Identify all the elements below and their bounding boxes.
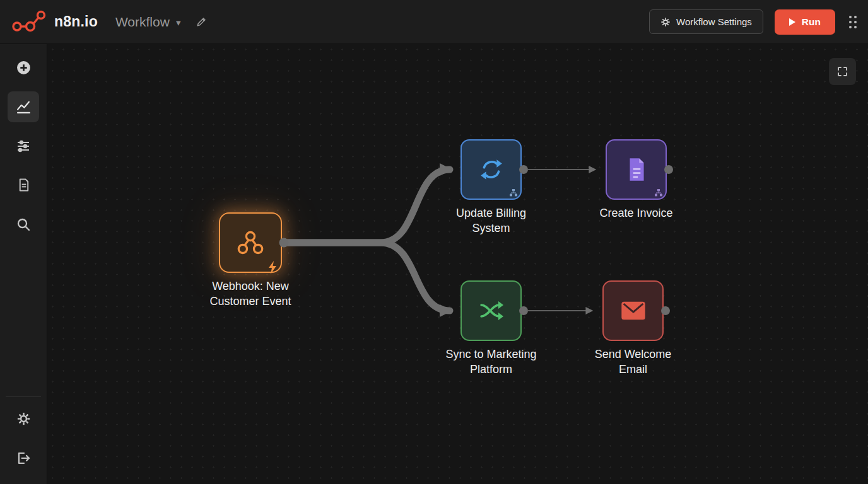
- gear-icon: [16, 412, 31, 426]
- node-label: Update Billing System: [444, 206, 539, 236]
- workflow-menu[interactable]: Workflow ▾: [115, 14, 181, 30]
- run-button-label: Run: [802, 16, 821, 28]
- sidebar: [0, 44, 47, 484]
- search-icon: [16, 217, 31, 232]
- node-label: Webhook: New Customer Event: [202, 279, 300, 309]
- workflow-canvas[interactable]: Webhook: New Customer Event Update Billi…: [47, 44, 868, 484]
- grid-dots-icon[interactable]: [849, 16, 857, 28]
- workflow-settings-button[interactable]: Workflow Settings: [649, 9, 763, 34]
- sidebar-item-documents[interactable]: [8, 170, 39, 200]
- document-icon: [16, 178, 31, 192]
- sidebar-item-executions[interactable]: [8, 91, 39, 122]
- invoice-document-icon: [624, 156, 649, 183]
- plus-circle-icon: [16, 60, 32, 76]
- lightning-bolt-icon: [268, 261, 277, 274]
- webhook-icon: [237, 229, 264, 256]
- node-sync-marketing[interactable]: Sync to Marketing Platform: [460, 280, 522, 341]
- envelope-icon: [619, 299, 647, 323]
- workflow-menu-label: Workflow: [115, 14, 170, 30]
- workflow-settings-label: Workflow Settings: [676, 16, 752, 27]
- node-webhook-trigger[interactable]: Webhook: New Customer Event: [219, 212, 282, 273]
- expand-icon: [836, 66, 848, 78]
- connections-layer: [47, 44, 868, 484]
- node-send-email[interactable]: Send Welcome Email: [602, 280, 664, 341]
- fit-view-button[interactable]: [829, 58, 856, 85]
- node-create-invoice[interactable]: Create Invoice: [606, 139, 667, 200]
- sidebar-bottom-group: [6, 396, 41, 484]
- chevron-down-icon: ▾: [176, 15, 181, 28]
- mini-sitemap-icon: [655, 189, 662, 197]
- sidebar-item-settings[interactable]: [8, 403, 39, 434]
- pencil-icon: [196, 16, 208, 28]
- gear-icon: [660, 17, 671, 27]
- n8n-logo-icon: [11, 8, 47, 36]
- sliders-icon: [16, 139, 31, 154]
- chart-icon: [16, 99, 32, 115]
- sidebar-item-add[interactable]: [8, 52, 39, 83]
- run-button[interactable]: Run: [775, 9, 835, 35]
- node-update-billing[interactable]: Update Billing System: [460, 139, 522, 200]
- shuffle-icon: [478, 297, 505, 324]
- brand-name: n8n.io: [54, 13, 98, 30]
- rename-workflow-button[interactable]: [196, 16, 208, 28]
- sync-icon: [478, 156, 505, 183]
- logout-icon: [16, 451, 31, 466]
- connection-webhook-to-marketing: [286, 243, 450, 311]
- sidebar-item-search[interactable]: [8, 209, 39, 239]
- node-label: Sync to Marketing Platform: [436, 347, 546, 377]
- sidebar-item-filters[interactable]: [8, 130, 39, 161]
- play-icon: [789, 18, 795, 26]
- node-label: Send Welcome Email: [589, 347, 677, 377]
- mini-sitemap-icon: [510, 189, 517, 197]
- top-bar: n8n.io Workflow ▾ Workflow Settings Run: [0, 0, 868, 44]
- connection-webhook-to-billing: [286, 170, 450, 243]
- node-label: Create Invoice: [583, 206, 690, 221]
- sidebar-item-logout[interactable]: [8, 442, 39, 473]
